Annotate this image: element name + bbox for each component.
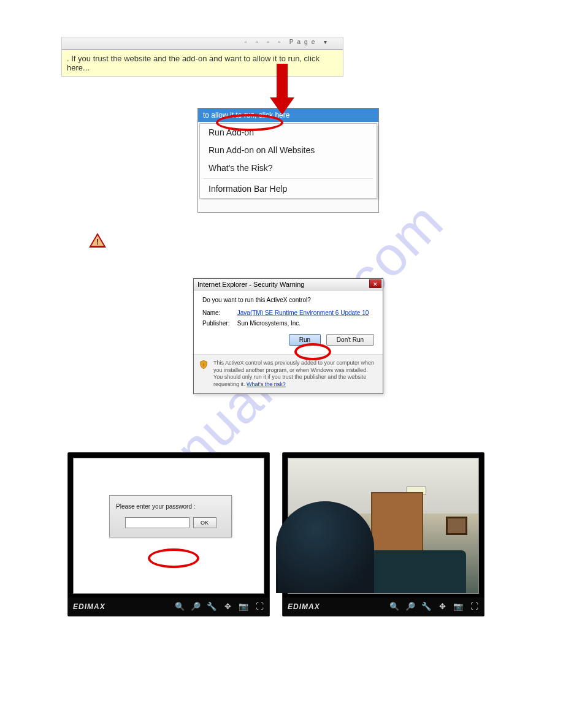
- viewer-toolbar: EDIMAX 🔍 🔎 🔧 ✥ 📷 ⛶: [68, 597, 269, 616]
- shield-icon: !: [199, 360, 209, 370]
- infobar-screenshot: ▫ ▫ ▫ ▫ Page ▾ . If you trust the websit…: [61, 37, 343, 77]
- highlight-circle-password: [148, 548, 199, 568]
- zoom-in-icon[interactable]: 🔍: [175, 602, 185, 612]
- dialog-question: Do you want to run this ActiveX control?: [202, 297, 374, 303]
- camera-icon[interactable]: 📷: [239, 602, 248, 612]
- close-button[interactable]: ✕: [369, 279, 381, 288]
- dont-run-button[interactable]: Don't Run: [326, 334, 374, 346]
- ok-button[interactable]: OK: [193, 517, 216, 528]
- viewer-screen-camera: [288, 458, 479, 594]
- name-value-link[interactable]: Java(TM) SE Runtime Environment 6 Update…: [237, 309, 369, 316]
- context-menu-footer: [198, 200, 378, 212]
- settings-icon[interactable]: 🔧: [421, 602, 431, 612]
- camera-person: [276, 501, 374, 593]
- context-menu: Run Add-on Run Add-on on All Websites Wh…: [199, 123, 377, 199]
- arrow-down-icon: [270, 64, 294, 113]
- menu-separator: [204, 178, 373, 179]
- fullscreen-icon[interactable]: ⛶: [255, 602, 264, 612]
- publisher-label: Publisher:: [202, 320, 236, 327]
- highlight-circle-run-button: [294, 343, 331, 360]
- dialog-title: Internet Explorer - Security Warning: [197, 281, 304, 288]
- zoom-out-icon[interactable]: 🔎: [191, 602, 201, 612]
- dialog-footer: ! This ActiveX control was previously ad…: [194, 354, 383, 393]
- settings-icon[interactable]: 🔧: [207, 602, 216, 612]
- viewer-panel-login: Please enter your password : OK EDIMAX 🔍…: [67, 452, 270, 616]
- toolbar-icons: ▫ ▫ ▫ ▫ Page ▾: [245, 39, 331, 45]
- viewer-screen-login: Please enter your password : OK: [73, 458, 264, 594]
- move-icon[interactable]: ✥: [223, 602, 232, 612]
- viewer-panel-camera: EDIMAX 🔍 🔎 🔧 ✥ 📷 ⛶: [282, 452, 484, 616]
- brand-logo: EDIMAX: [288, 602, 320, 611]
- zoom-out-icon[interactable]: 🔎: [405, 602, 415, 612]
- brand-logo: EDIMAX: [73, 602, 105, 611]
- highlight-circle-run-addon: [216, 114, 283, 131]
- menu-item-run-addon-all[interactable]: Run Add-on on All Websites: [200, 142, 377, 159]
- warning-icon: !: [89, 233, 106, 250]
- security-warning-dialog: Internet Explorer - Security Warning ✕ D…: [193, 278, 383, 394]
- page-menu-label: Page: [289, 39, 318, 45]
- browser-toolbar: ▫ ▫ ▫ ▫ Page ▾: [62, 37, 343, 50]
- name-label: Name:: [202, 309, 236, 316]
- password-label: Please enter your password :: [116, 503, 225, 510]
- camera-picture-frame: [446, 517, 467, 535]
- zoom-in-icon[interactable]: 🔍: [389, 602, 399, 612]
- move-icon[interactable]: ✥: [437, 602, 447, 612]
- svg-text:!: !: [203, 362, 204, 368]
- password-dialog: Please enter your password : OK: [109, 495, 232, 537]
- dialog-title-bar: Internet Explorer - Security Warning ✕: [194, 279, 383, 290]
- menu-item-infobar-help[interactable]: Information Bar Help: [200, 180, 377, 198]
- footer-link[interactable]: What's the risk?: [247, 381, 286, 387]
- menu-item-whats-risk[interactable]: What's the Risk?: [200, 159, 377, 177]
- camera-icon[interactable]: 📷: [453, 602, 463, 612]
- footer-text: This ActiveX control was previously adde…: [213, 360, 374, 387]
- publisher-value: Sun Microsystems, Inc.: [237, 320, 301, 327]
- viewer-toolbar: EDIMAX 🔍 🔎 🔧 ✥ 📷 ⛶: [283, 597, 484, 616]
- fullscreen-icon[interactable]: ⛶: [469, 602, 479, 612]
- infobar-message[interactable]: . If you trust the website and the add-o…: [62, 50, 343, 76]
- password-input[interactable]: [125, 517, 190, 528]
